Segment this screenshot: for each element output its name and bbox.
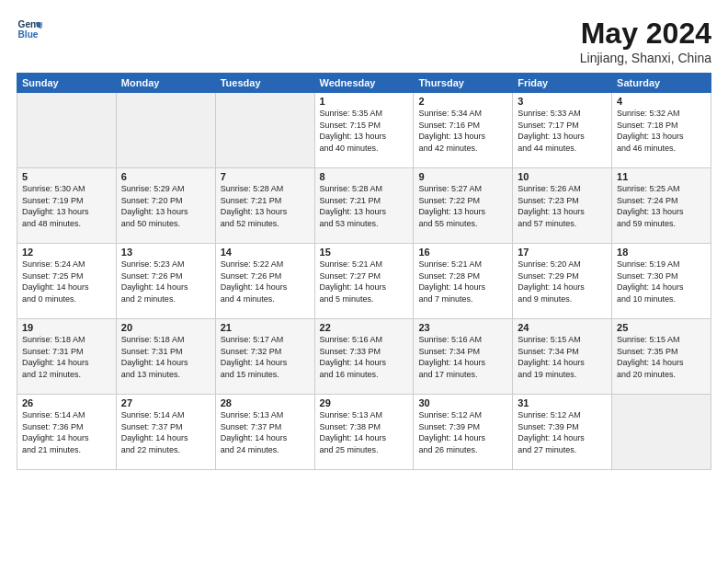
day-info: Sunrise: 5:12 AM Sunset: 7:39 PM Dayligh… — [418, 409, 507, 455]
day-number: 10 — [518, 171, 607, 182]
day-info: Sunrise: 5:15 AM Sunset: 7:35 PM Dayligh… — [617, 334, 706, 380]
day-info: Sunrise: 5:18 AM Sunset: 7:31 PM Dayligh… — [22, 334, 111, 380]
day-cell: 19Sunrise: 5:18 AM Sunset: 7:31 PM Dayli… — [17, 319, 117, 395]
day-number: 27 — [121, 397, 210, 408]
day-cell: 22Sunrise: 5:16 AM Sunset: 7:33 PM Dayli… — [314, 319, 414, 395]
day-info: Sunrise: 5:14 AM Sunset: 7:37 PM Dayligh… — [121, 409, 210, 455]
day-number: 23 — [418, 322, 507, 333]
day-info: Sunrise: 5:34 AM Sunset: 7:16 PM Dayligh… — [418, 108, 507, 154]
day-info: Sunrise: 5:23 AM Sunset: 7:26 PM Dayligh… — [121, 259, 210, 304]
day-number: 5 — [22, 171, 111, 182]
day-info: Sunrise: 5:14 AM Sunset: 7:36 PM Dayligh… — [22, 409, 111, 455]
day-cell: 14Sunrise: 5:22 AM Sunset: 7:26 PM Dayli… — [215, 244, 314, 319]
day-number: 1 — [320, 96, 409, 107]
day-info: Sunrise: 5:13 AM Sunset: 7:38 PM Dayligh… — [320, 409, 409, 455]
day-number: 11 — [617, 171, 706, 182]
day-cell: 15Sunrise: 5:21 AM Sunset: 7:27 PM Dayli… — [314, 244, 414, 319]
day-cell: 6Sunrise: 5:29 AM Sunset: 7:20 PM Daylig… — [116, 168, 215, 244]
day-cell: 4Sunrise: 5:32 AM Sunset: 7:18 PM Daylig… — [612, 93, 711, 168]
day-cell: 26Sunrise: 5:14 AM Sunset: 7:36 PM Dayli… — [17, 395, 117, 470]
day-cell: 23Sunrise: 5:16 AM Sunset: 7:34 PM Dayli… — [414, 319, 513, 395]
day-number: 19 — [22, 322, 111, 333]
week-row: 26Sunrise: 5:14 AM Sunset: 7:36 PM Dayli… — [17, 395, 711, 470]
day-info: Sunrise: 5:30 AM Sunset: 7:19 PM Dayligh… — [22, 183, 111, 229]
day-cell: 1Sunrise: 5:35 AM Sunset: 7:15 PM Daylig… — [314, 93, 414, 168]
day-info: Sunrise: 5:25 AM Sunset: 7:24 PM Dayligh… — [617, 183, 706, 229]
day-number: 3 — [518, 96, 607, 107]
day-header: Thursday — [414, 74, 513, 93]
day-number: 13 — [121, 247, 210, 258]
day-cell: 20Sunrise: 5:18 AM Sunset: 7:31 PM Dayli… — [116, 319, 215, 395]
logo: General Blue — [17, 17, 42, 42]
day-info: Sunrise: 5:29 AM Sunset: 7:20 PM Dayligh… — [121, 183, 210, 229]
calendar-table: SundayMondayTuesdayWednesdayThursdayFrid… — [17, 73, 711, 470]
day-info: Sunrise: 5:18 AM Sunset: 7:31 PM Dayligh… — [121, 334, 210, 380]
month-title: May 2024 — [580, 17, 711, 51]
day-number: 25 — [617, 322, 706, 333]
title-block: May 2024 Linjiang, Shanxi, China — [580, 17, 711, 65]
day-cell: 28Sunrise: 5:13 AM Sunset: 7:37 PM Dayli… — [215, 395, 314, 470]
day-number: 18 — [617, 247, 706, 258]
day-cell — [17, 93, 117, 168]
day-number: 30 — [418, 397, 507, 408]
day-header: Wednesday — [314, 74, 414, 93]
day-cell: 18Sunrise: 5:19 AM Sunset: 7:30 PM Dayli… — [612, 244, 711, 319]
day-cell: 16Sunrise: 5:21 AM Sunset: 7:28 PM Dayli… — [414, 244, 513, 319]
day-cell: 10Sunrise: 5:26 AM Sunset: 7:23 PM Dayli… — [513, 168, 612, 244]
day-number: 24 — [518, 322, 607, 333]
day-cell: 3Sunrise: 5:33 AM Sunset: 7:17 PM Daylig… — [513, 93, 612, 168]
day-header: Tuesday — [215, 74, 314, 93]
day-number: 7 — [221, 171, 310, 182]
day-number: 22 — [320, 322, 409, 333]
day-info: Sunrise: 5:13 AM Sunset: 7:37 PM Dayligh… — [221, 409, 310, 455]
day-number: 21 — [221, 322, 310, 333]
day-info: Sunrise: 5:17 AM Sunset: 7:32 PM Dayligh… — [221, 334, 310, 380]
header-row: SundayMondayTuesdayWednesdayThursdayFrid… — [17, 74, 711, 93]
day-cell: 11Sunrise: 5:25 AM Sunset: 7:24 PM Dayli… — [612, 168, 711, 244]
day-cell: 24Sunrise: 5:15 AM Sunset: 7:34 PM Dayli… — [513, 319, 612, 395]
day-number: 8 — [320, 171, 409, 182]
week-row: 19Sunrise: 5:18 AM Sunset: 7:31 PM Dayli… — [17, 319, 711, 395]
day-cell: 5Sunrise: 5:30 AM Sunset: 7:19 PM Daylig… — [17, 168, 117, 244]
day-info: Sunrise: 5:32 AM Sunset: 7:18 PM Dayligh… — [617, 108, 706, 154]
day-number: 29 — [320, 397, 409, 408]
day-cell: 8Sunrise: 5:28 AM Sunset: 7:21 PM Daylig… — [314, 168, 414, 244]
day-info: Sunrise: 5:35 AM Sunset: 7:15 PM Dayligh… — [320, 108, 409, 154]
day-number: 26 — [22, 397, 111, 408]
day-info: Sunrise: 5:24 AM Sunset: 7:25 PM Dayligh… — [22, 259, 111, 304]
day-info: Sunrise: 5:21 AM Sunset: 7:28 PM Dayligh… — [418, 259, 507, 304]
day-number: 15 — [320, 247, 409, 258]
day-header: Sunday — [17, 74, 117, 93]
day-info: Sunrise: 5:33 AM Sunset: 7:17 PM Dayligh… — [518, 108, 607, 154]
day-cell: 21Sunrise: 5:17 AM Sunset: 7:32 PM Dayli… — [215, 319, 314, 395]
day-cell — [612, 395, 711, 470]
day-info: Sunrise: 5:20 AM Sunset: 7:29 PM Dayligh… — [518, 259, 607, 304]
day-cell: 7Sunrise: 5:28 AM Sunset: 7:21 PM Daylig… — [215, 168, 314, 244]
day-info: Sunrise: 5:27 AM Sunset: 7:22 PM Dayligh… — [418, 183, 507, 229]
day-number: 12 — [22, 247, 111, 258]
day-cell: 31Sunrise: 5:12 AM Sunset: 7:39 PM Dayli… — [513, 395, 612, 470]
day-cell — [116, 93, 215, 168]
day-info: Sunrise: 5:15 AM Sunset: 7:34 PM Dayligh… — [518, 334, 607, 380]
location: Linjiang, Shanxi, China — [580, 51, 711, 65]
day-cell: 17Sunrise: 5:20 AM Sunset: 7:29 PM Dayli… — [513, 244, 612, 319]
day-number: 2 — [418, 96, 507, 107]
day-number: 14 — [221, 247, 310, 258]
header: General Blue May 2024 Linjiang, Shanxi, … — [17, 17, 711, 65]
day-info: Sunrise: 5:26 AM Sunset: 7:23 PM Dayligh… — [518, 183, 607, 229]
week-row: 5Sunrise: 5:30 AM Sunset: 7:19 PM Daylig… — [17, 168, 711, 244]
day-number: 20 — [121, 322, 210, 333]
day-header: Monday — [116, 74, 215, 93]
day-info: Sunrise: 5:22 AM Sunset: 7:26 PM Dayligh… — [221, 259, 310, 304]
day-cell: 30Sunrise: 5:12 AM Sunset: 7:39 PM Dayli… — [414, 395, 513, 470]
svg-text:Blue: Blue — [18, 29, 39, 40]
day-number: 6 — [121, 171, 210, 182]
week-row: 1Sunrise: 5:35 AM Sunset: 7:15 PM Daylig… — [17, 93, 711, 168]
day-info: Sunrise: 5:28 AM Sunset: 7:21 PM Dayligh… — [320, 183, 409, 229]
day-number: 31 — [518, 397, 607, 408]
day-cell: 2Sunrise: 5:34 AM Sunset: 7:16 PM Daylig… — [414, 93, 513, 168]
day-info: Sunrise: 5:28 AM Sunset: 7:21 PM Dayligh… — [221, 183, 310, 229]
day-info: Sunrise: 5:19 AM Sunset: 7:30 PM Dayligh… — [617, 259, 706, 304]
day-cell: 13Sunrise: 5:23 AM Sunset: 7:26 PM Dayli… — [116, 244, 215, 319]
day-cell: 29Sunrise: 5:13 AM Sunset: 7:38 PM Dayli… — [314, 395, 414, 470]
